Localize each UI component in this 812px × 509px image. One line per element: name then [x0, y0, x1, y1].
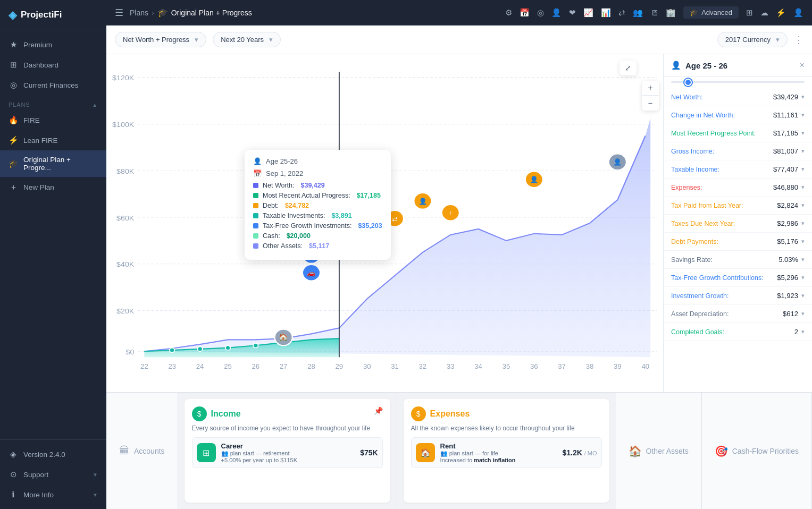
- time-range-select[interactable]: Next 20 Years ▾: [213, 32, 281, 47]
- info-icon: ℹ: [9, 490, 18, 499]
- sidebar-item-premium[interactable]: ★ Premium: [0, 35, 106, 55]
- svg-text:$40K: $40K: [116, 261, 134, 268]
- panel-row-gross[interactable]: Gross Income: $81,007 ▾: [664, 142, 812, 160]
- chevron-down-icon-2: ▼: [93, 492, 98, 498]
- tab-other-assets[interactable]: 🏠 Other Assets: [616, 393, 702, 509]
- panel-row-tfg-contrib[interactable]: Tax-Free Growth Contributions: $5,296 ▾: [664, 269, 812, 287]
- sidebar-item-lean-fire[interactable]: ⚡ Lean FIRE: [0, 130, 106, 150]
- panel-row-progress[interactable]: Most Recent Progress Point: $17,185 ▾: [664, 124, 812, 142]
- wifi-icon[interactable]: ⚡: [776, 8, 786, 18]
- exchange-icon[interactable]: ⇄: [618, 8, 625, 18]
- tooltip-label-4: Tax-Free Growth Investments:: [263, 222, 351, 230]
- more-options-icon[interactable]: ⋮: [794, 34, 803, 46]
- dropdown-arrow-2: ▾: [269, 36, 273, 44]
- chart-tooltip: 👤 Age 25-26 📅 Sep 1, 2022 Net Worth: $39…: [245, 150, 391, 260]
- person-icon[interactable]: 👤: [551, 8, 562, 18]
- settings-icon[interactable]: ⚙: [505, 8, 512, 18]
- tooltip-row-3: Taxable Investments: $3,891: [253, 212, 382, 219]
- sidebar-item-support[interactable]: ⊙ Support ▼: [0, 464, 106, 485]
- chart-container[interactable]: $0 $20K $40K $60K $80K $100K $120K: [106, 54, 663, 392]
- sidebar-item-new-plan[interactable]: ＋ New Plan: [0, 177, 106, 198]
- card-expenses: $ Expenses All the known expenses likely…: [404, 399, 609, 503]
- career-amount: $75K: [360, 448, 378, 457]
- target-icon[interactable]: ◎: [537, 8, 544, 18]
- other-assets-label: Other Assets: [646, 447, 689, 455]
- star-icon: ★: [9, 40, 18, 49]
- panel-row-goals[interactable]: Completed Goals: 2 ▾: [664, 323, 812, 341]
- cloud-icon[interactable]: ☁: [760, 8, 768, 18]
- tooltip-value-1: $17,185: [357, 192, 381, 199]
- expense-item-rent[interactable]: 🏠 Rent 👥 plan start — for life Increased…: [411, 437, 602, 468]
- chart-up-icon[interactable]: 📈: [583, 8, 593, 18]
- user-icon[interactable]: 👤: [793, 8, 803, 18]
- svg-text:34: 34: [474, 363, 482, 370]
- panel-close-button[interactable]: ×: [800, 61, 805, 70]
- panel-row-inv-growth[interactable]: Investment Growth: $1,923 ▾: [664, 287, 812, 305]
- panel-row-expenses[interactable]: Expenses: $46,880 ▾: [664, 179, 812, 197]
- sidebar-item-more-info[interactable]: ℹ More Info ▼: [0, 485, 106, 505]
- svg-text:$120K: $120K: [112, 74, 134, 82]
- svg-point-16: [225, 345, 231, 350]
- monitor-icon[interactable]: 🖥: [650, 8, 658, 17]
- sidebar-item-dashboard[interactable]: ⊞ Dashboard: [0, 55, 106, 75]
- panel-row-net-worth[interactable]: Net Worth: $39,429 ▾: [664, 88, 812, 106]
- advanced-button[interactable]: 🎓 Advanced: [683, 6, 739, 19]
- tooltip-dot-6: [253, 243, 258, 249]
- panel-value-debt: $5,176 ▾: [777, 237, 805, 245]
- menu-icon[interactable]: ☰: [115, 7, 123, 19]
- tooltip-dot-1: [253, 193, 258, 198]
- chart-bar-icon[interactable]: 📊: [601, 8, 611, 18]
- svg-text:22: 22: [140, 363, 148, 370]
- income-header: $ Income 📌: [192, 406, 383, 421]
- calendar-icon[interactable]: 📅: [520, 8, 530, 18]
- tooltip-date: 📅 Sep 1, 2022: [253, 169, 382, 177]
- sidebar-item-fire[interactable]: 🔥 FIRE: [0, 110, 106, 130]
- panel-value-change: $11,161 ▾: [773, 111, 805, 119]
- expenses-title-row: $ Expenses: [411, 406, 470, 421]
- panel-label-inv-growth: Investment Growth:: [671, 292, 729, 300]
- expenses-header: $ Expenses: [411, 406, 602, 421]
- tooltip-value-6: $5,117: [309, 242, 329, 250]
- heart-icon[interactable]: ❤: [569, 8, 576, 18]
- panel-label-tfg: Tax-Free Growth Contributions:: [671, 274, 764, 282]
- expand-button[interactable]: ⤢: [620, 61, 637, 75]
- panel-row-depreciation[interactable]: Asset Depreciation: $612 ▾: [664, 305, 812, 323]
- panel-row-taxable[interactable]: Taxable Income: $77,407 ▾: [664, 160, 812, 179]
- chevron-up-icon: ▲: [92, 102, 98, 108]
- svg-text:25: 25: [224, 363, 232, 370]
- rent-amount-value: $1.2K: [563, 448, 582, 457]
- panel-row-taxes-due[interactable]: Taxes Due Next Year: $2,986 ▾: [664, 215, 812, 233]
- people-icon[interactable]: 👥: [633, 8, 643, 18]
- panel-row-change[interactable]: Change in Net Worth: $11,161 ▾: [664, 106, 812, 124]
- tooltip-label-5: Cash:: [263, 232, 280, 240]
- zoom-out-button[interactable]: －: [642, 96, 659, 111]
- income-item-career[interactable]: ⊞ Career 👥 plan start — retirement +5.00…: [192, 437, 383, 468]
- zoom-in-button[interactable]: ＋: [642, 81, 659, 96]
- tab-cashflow[interactable]: 🎯 Cash-Flow Priorities: [702, 393, 812, 509]
- cashflow-label: Cash-Flow Priorities: [732, 447, 799, 455]
- grid-icon[interactable]: ⊞: [746, 8, 753, 18]
- currency-label: 2017 Currency: [725, 36, 771, 44]
- chevron-icon-4: ▾: [801, 148, 805, 155]
- panel-row-debt[interactable]: Debt Payments: $5,176 ▾: [664, 233, 812, 251]
- sidebar-item-original-plan[interactable]: 🎓 Original Plan + Progre...: [0, 150, 106, 177]
- panel-row-savings[interactable]: Savings Rate: 5.03% ▾: [664, 251, 812, 269]
- tooltip-dot-5: [253, 233, 258, 239]
- tooltip-dot-0: [253, 183, 258, 188]
- breadcrumb-plans[interactable]: Plans: [130, 9, 148, 17]
- panel-label-savings: Savings Rate:: [671, 256, 713, 264]
- currency-select[interactable]: 2017 Currency ▾: [717, 32, 788, 47]
- sidebar-item-current-finances[interactable]: ◎ Current Finances: [0, 75, 106, 95]
- income-icon: $: [192, 406, 207, 421]
- cashflow-icon: 🎯: [715, 445, 728, 457]
- accounts-icon: 🏛: [119, 445, 130, 457]
- income-title-row: $ Income: [192, 406, 241, 421]
- panel-row-tax-paid[interactable]: Tax Paid from Last Year: $2,824 ▾: [664, 197, 812, 215]
- version-icon: ◈: [9, 449, 18, 459]
- tab-accounts[interactable]: 🏛 Accounts: [106, 393, 178, 509]
- svg-text:35: 35: [503, 363, 510, 370]
- building-icon[interactable]: 🏢: [666, 8, 676, 18]
- net-worth-select[interactable]: Net Worth + Progress ▾: [115, 32, 206, 47]
- chevron-icon-8: ▾: [801, 220, 805, 227]
- chevron-icon-6: ▾: [801, 184, 805, 191]
